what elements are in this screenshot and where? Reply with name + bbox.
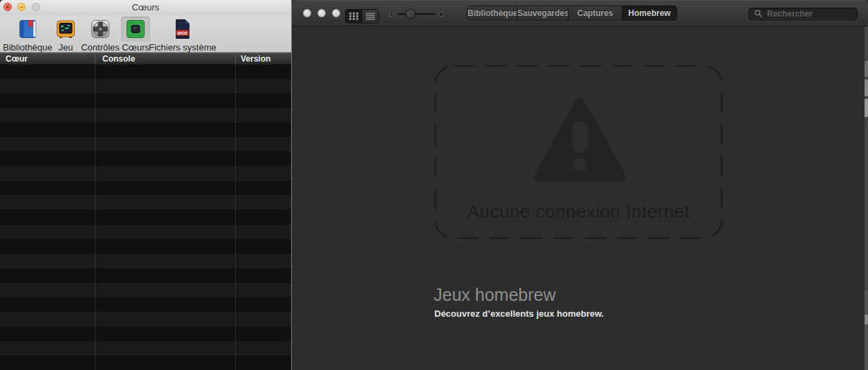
homebrew-section-heading: Jeux homebrew (434, 285, 555, 305)
table-row[interactable] (0, 210, 291, 224)
zoom-slider-knob[interactable] (405, 9, 416, 19)
table-row[interactable] (0, 283, 291, 297)
background-window-fragment (865, 315, 868, 324)
table-row[interactable] (0, 64, 291, 79)
search-field-container (748, 7, 858, 20)
library-book-icon (17, 19, 38, 39)
tab-library[interactable]: Bibliothèque (468, 6, 517, 20)
zoom-button-disabled (32, 3, 40, 11)
background-window-edge (865, 26, 868, 370)
background-window-fragment (865, 99, 868, 117)
toolbar-item-library[interactable]: Bibliothèque (3, 17, 53, 53)
toolbar-item-game[interactable]: Jeu (51, 17, 80, 53)
table-row[interactable] (0, 326, 291, 341)
tab-captures[interactable]: Captures (568, 6, 622, 20)
preferences-toolbar: Bibliothèque (0, 15, 291, 53)
column-header-core[interactable]: Cœur (6, 53, 28, 65)
column-header-version[interactable]: Version (241, 53, 270, 65)
toolbar-item-label: Cœurs (122, 42, 149, 53)
table-row[interactable] (0, 151, 291, 166)
bios-file-icon: BIOS (174, 19, 192, 39)
table-row[interactable] (0, 341, 291, 355)
close-button[interactable]: × (3, 3, 12, 11)
list-view-icon (366, 12, 375, 20)
grid-view-button[interactable] (346, 10, 362, 23)
core-table-header: Cœur Console Version (0, 53, 291, 64)
column-header-console[interactable]: Console (102, 53, 135, 65)
library-category-tabs: Bibliothèque Sauvegardes Captures Homebr… (467, 6, 677, 21)
core-table-body (0, 64, 291, 370)
table-row[interactable] (0, 93, 291, 108)
table-row[interactable] (0, 181, 291, 195)
table-row[interactable] (0, 195, 291, 210)
game-tv-icon (55, 19, 76, 39)
table-row[interactable] (0, 239, 291, 254)
homebrew-section-subheading: Découvrez d’excellents jeux homebrew. (434, 308, 604, 319)
table-row[interactable] (0, 297, 291, 312)
grid-view-icon (349, 12, 358, 20)
table-row[interactable] (0, 166, 291, 181)
minimize-button[interactable]: − (17, 3, 26, 11)
minimize-icon: − (19, 4, 23, 10)
table-row[interactable] (0, 79, 291, 93)
close-icon: × (6, 4, 9, 10)
toolbar-item-label: Jeu (59, 42, 73, 53)
core-chip-icon (125, 19, 146, 39)
zoom-out-marker[interactable] (389, 12, 394, 17)
table-row[interactable] (0, 355, 291, 370)
library-window: Bibliothèque Sauvegardes Captures Homebr… (292, 0, 868, 370)
table-row[interactable] (0, 122, 291, 137)
gamepad-icon (91, 19, 110, 39)
background-window-fragment (865, 80, 868, 96)
zoom-button-inactive[interactable] (332, 9, 340, 17)
table-row[interactable] (0, 108, 291, 122)
background-window-fragment (865, 61, 868, 77)
tab-saves[interactable]: Sauvegardes (517, 6, 568, 20)
toolbar-item-label: Fichiers système (149, 42, 216, 53)
toolbar-item-system-files[interactable]: BIOS Fichiers système (149, 17, 216, 53)
minimize-button-inactive[interactable] (317, 9, 326, 17)
table-row[interactable] (0, 254, 291, 268)
warning-triangle-icon (533, 96, 627, 183)
zoom-in-marker[interactable] (438, 12, 443, 17)
toolbar-item-cores[interactable]: Cœurs (121, 17, 150, 53)
close-button-inactive[interactable] (303, 9, 311, 17)
library-titlebar[interactable]: Bibliothèque Sauvegardes Captures Homebr… (292, 0, 868, 26)
table-row[interactable] (0, 137, 291, 151)
view-mode-switcher (345, 9, 379, 24)
preferences-window: Cœurs × − Bibliothèque (0, 0, 292, 370)
search-input[interactable] (748, 8, 858, 21)
column-divider[interactable] (235, 54, 236, 64)
list-view-button[interactable] (362, 10, 378, 23)
table-row[interactable] (0, 268, 291, 283)
table-row[interactable] (0, 225, 291, 239)
zoom-slider-track[interactable] (398, 13, 436, 15)
preferences-titlebar[interactable]: Cœurs × − (0, 0, 291, 15)
background-window-fragment (865, 290, 868, 370)
tab-homebrew[interactable]: Homebrew (622, 6, 676, 20)
bios-icon-label: BIOS (178, 31, 188, 35)
window-title: Cœurs (0, 0, 291, 15)
table-row[interactable] (0, 312, 291, 326)
toolbar-item-label: Bibliothèque (3, 42, 53, 53)
toolbar-item-label: Contrôles (81, 42, 120, 53)
toolbar-item-controls[interactable]: Contrôles (81, 17, 120, 53)
column-divider[interactable] (95, 54, 95, 64)
offline-message: Aucune connexion Internet (434, 201, 723, 223)
homebrew-content-area: Aucune connexion Internet Jeux homebrew … (292, 26, 868, 370)
